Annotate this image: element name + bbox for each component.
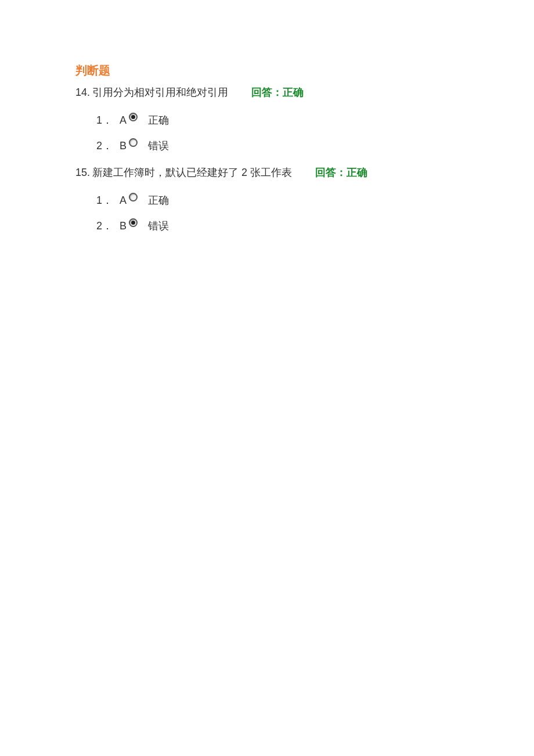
radio-unchecked-icon bbox=[129, 138, 138, 147]
option-letter: A bbox=[120, 195, 127, 207]
option-label: 错误 bbox=[148, 139, 169, 153]
question-row: 15. 新建工作簿时，默认已经建好了 2 张工作表 回答：正确 bbox=[75, 165, 459, 179]
option-item: 1． A 正确 bbox=[96, 113, 459, 127]
option-item: 2． B 错误 bbox=[96, 219, 459, 233]
section-title: 判断题 bbox=[75, 63, 459, 78]
radio-button[interactable] bbox=[129, 193, 138, 201]
question-row: 14. 引用分为相对引用和绝对引用 回答：正确 bbox=[75, 85, 459, 99]
radio-button[interactable] bbox=[129, 138, 138, 147]
option-letter: B bbox=[120, 140, 127, 152]
radio-button[interactable] bbox=[129, 218, 138, 227]
option-index: 1． bbox=[96, 193, 113, 207]
question-text: 引用分为相对引用和绝对引用 bbox=[92, 85, 228, 99]
answer-feedback: 回答：正确 bbox=[315, 165, 367, 179]
option-item: 1． A 正确 bbox=[96, 193, 459, 207]
option-item: 2． B 错误 bbox=[96, 139, 459, 153]
option-label: 正确 bbox=[148, 113, 169, 127]
answer-feedback: 回答：正确 bbox=[251, 85, 304, 99]
question-number: 15. bbox=[75, 167, 90, 179]
option-label: 正确 bbox=[148, 193, 169, 207]
option-label: 错误 bbox=[148, 219, 169, 233]
question-14: 14. 引用分为相对引用和绝对引用 回答：正确 1． A 正确 2． B 错误 bbox=[75, 85, 459, 153]
option-letter: B bbox=[120, 220, 127, 232]
question-number: 14. bbox=[75, 87, 90, 99]
radio-checked-icon bbox=[129, 218, 138, 227]
question-text: 新建工作簿时，默认已经建好了 2 张工作表 bbox=[92, 165, 292, 179]
options-list: 1． A 正确 2． B 错误 bbox=[96, 113, 459, 153]
radio-unchecked-icon bbox=[129, 193, 138, 201]
option-index: 1． bbox=[96, 113, 113, 127]
option-index: 2． bbox=[96, 219, 113, 233]
radio-checked-icon bbox=[129, 113, 138, 121]
question-15: 15. 新建工作簿时，默认已经建好了 2 张工作表 回答：正确 1． A 正确 … bbox=[75, 165, 459, 233]
radio-button[interactable] bbox=[129, 113, 138, 121]
option-index: 2． bbox=[96, 139, 113, 153]
options-list: 1． A 正确 2． B 错误 bbox=[96, 193, 459, 233]
option-letter: A bbox=[120, 114, 127, 127]
